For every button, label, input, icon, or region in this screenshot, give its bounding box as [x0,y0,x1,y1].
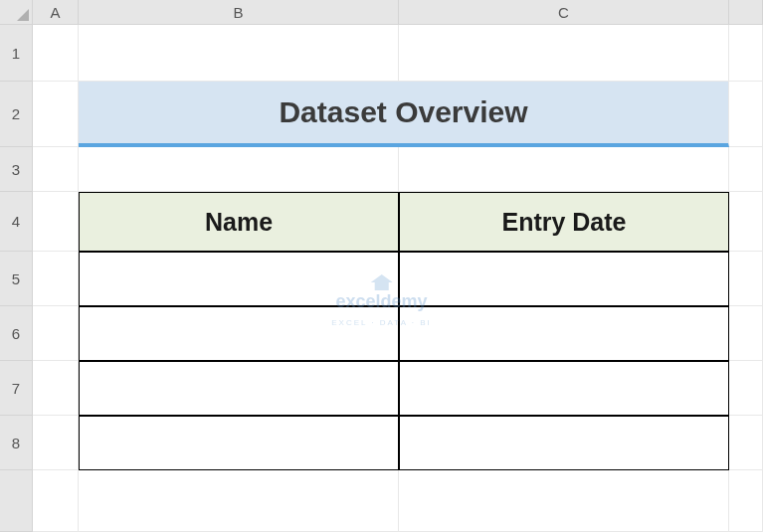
cell-C9[interactable] [399,470,729,532]
cell-C1[interactable] [399,25,729,82]
row-header-8[interactable]: 8 [0,416,33,470]
cell-D5[interactable] [729,252,763,306]
cell-D2[interactable] [729,82,763,147]
cell-A2[interactable] [33,82,79,147]
col-header-A[interactable]: A [33,0,79,25]
table-cell-C5[interactable] [399,252,729,306]
table-cell-B8[interactable] [79,416,399,470]
row-header-3[interactable]: 3 [0,147,33,192]
cell-B9[interactable] [79,470,399,532]
col-header-next[interactable] [729,0,763,25]
spreadsheet-grid: A B C 1 2 Dataset Overview 3 4 Name Entr… [0,0,763,532]
table-cell-C8[interactable] [399,416,729,470]
row-header-2[interactable]: 2 [0,82,33,147]
cell-B3[interactable] [79,147,399,192]
cell-D8[interactable] [729,416,763,470]
cell-A1[interactable] [33,25,79,82]
table-cell-C7[interactable] [399,361,729,416]
cell-D7[interactable] [729,361,763,416]
row-header-1[interactable]: 1 [0,25,33,82]
table-cell-C6[interactable] [399,306,729,361]
col-header-B[interactable]: B [79,0,399,25]
cell-A8[interactable] [33,416,79,470]
cell-D9[interactable] [729,470,763,532]
table-header-name[interactable]: Name [79,192,399,252]
table-cell-B5[interactable] [79,252,399,306]
cell-A7[interactable] [33,361,79,416]
table-header-entry-date[interactable]: Entry Date [399,192,729,252]
cell-A4[interactable] [33,192,79,252]
table-cell-B7[interactable] [79,361,399,416]
cell-A5[interactable] [33,252,79,306]
title-cell[interactable]: Dataset Overview [79,82,729,147]
cell-D3[interactable] [729,147,763,192]
cell-A9[interactable] [33,470,79,532]
row-header-6[interactable]: 6 [0,306,33,361]
cell-D1[interactable] [729,25,763,82]
cell-A3[interactable] [33,147,79,192]
col-header-C[interactable]: C [399,0,729,25]
cell-D6[interactable] [729,306,763,361]
cell-B1[interactable] [79,25,399,82]
cell-C3[interactable] [399,147,729,192]
row-header-5[interactable]: 5 [0,252,33,306]
row-header-9[interactable] [0,470,33,532]
row-header-4[interactable]: 4 [0,192,33,252]
table-cell-B6[interactable] [79,306,399,361]
row-header-7[interactable]: 7 [0,361,33,416]
select-all-corner[interactable] [0,0,33,25]
cell-D4[interactable] [729,192,763,252]
cell-A6[interactable] [33,306,79,361]
